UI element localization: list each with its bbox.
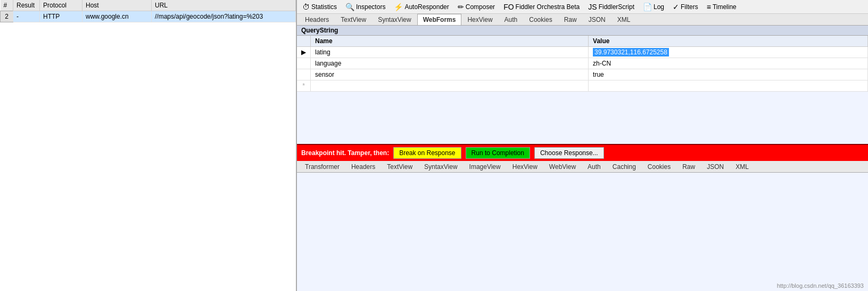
toolbar-btn-fiddler-orchestra[interactable]: FOFiddler Orchestra Beta (500, 2, 583, 12)
upper-content-area: QueryString Name Value ▶lating39.9730321… (297, 26, 868, 144)
query-row[interactable]: * (297, 80, 868, 92)
upper-content: HeadersTextViewSyntaxViewWebFormsHexView… (297, 14, 868, 144)
upper-tab-json[interactable]: JSON (583, 14, 611, 25)
breakpoint-message: Breakpoint hit. Tamper, then: (301, 149, 389, 157)
cell-protocol: HTTP (40, 11, 82, 22)
col-value: Value (589, 36, 868, 47)
expand-cell: * (297, 80, 311, 92)
bottom-section: TransformerHeadersTextViewSyntaxViewImag… (297, 161, 868, 291)
col-name: Name (311, 36, 589, 47)
querystring-table: Name Value ▶lating39.9730321,116.6725258… (297, 36, 868, 92)
col-num: # (1, 0, 13, 11)
upper-tab-raw[interactable]: Raw (558, 14, 583, 25)
sessions-table: # Result Protocol Host URL 2 - HTTP www.… (0, 0, 296, 22)
query-name-cell: sensor (311, 69, 589, 80)
left-panel: # Result Protocol Host URL 2 - HTTP www.… (0, 0, 297, 291)
footer-url: http://blog.csdn.net/qq_36163393 (777, 282, 864, 289)
toolbar-btn-log[interactable]: 📄Log (640, 2, 667, 12)
lower-tab-xml[interactable]: XML (730, 161, 755, 172)
autoresponder-icon: ⚡ (394, 3, 403, 11)
toolbar-btn-fiddlerscript[interactable]: JSFiddlerScript (585, 2, 638, 12)
col-protocol: Protocol (40, 0, 82, 11)
query-name-cell (311, 80, 589, 92)
fiddler-orchestra-icon: FO (503, 3, 514, 11)
toolbar-label-statistics: Statistics (311, 3, 337, 11)
table-row[interactable]: 2 - HTTP www.google.cn //maps/api/geocod… (1, 11, 296, 22)
lower-tab-json[interactable]: JSON (701, 161, 730, 172)
toolbar-label-fiddler-orchestra: Fiddler Orchestra Beta (516, 3, 580, 11)
lower-tab-headers[interactable]: Headers (345, 161, 381, 172)
col-url: URL (152, 0, 296, 11)
breakpoint-bar: Breakpoint hit. Tamper, then: Break on R… (297, 144, 868, 161)
upper-tab-cookies[interactable]: Cookies (523, 14, 558, 25)
lower-tab-bar: TransformerHeadersTextViewSyntaxViewImag… (297, 161, 868, 173)
cell-result: - (13, 11, 40, 22)
toolbar-label-log: Log (654, 3, 664, 11)
upper-tab-bar: HeadersTextViewSyntaxViewWebFormsHexView… (297, 14, 868, 26)
inspectors-icon: 🔍 (345, 3, 354, 11)
query-value-cell[interactable]: zh-CN (589, 58, 868, 69)
query-value-cell[interactable]: 39.9730321,116.6725258 (589, 47, 868, 58)
query-row[interactable]: languagezh-CN (297, 58, 868, 69)
log-icon: 📄 (643, 3, 652, 11)
expand-cell (297, 69, 311, 80)
lower-tab-syntaxview[interactable]: SyntaxView (418, 161, 463, 172)
lower-tab-transformer[interactable]: Transformer (299, 161, 345, 172)
upper-empty-area (297, 92, 868, 144)
filters-icon: ✓ (673, 3, 679, 11)
toolbar-label-fiddlerscript: FiddlerScript (599, 3, 634, 11)
toolbar-label-filters: Filters (681, 3, 698, 11)
top-toolbar: ⏱Statistics🔍Inspectors⚡AutoResponder✏Com… (297, 0, 868, 14)
lower-tab-raw[interactable]: Raw (676, 161, 701, 172)
expand-cell (297, 58, 311, 69)
selected-value: 39.9730321,116.6725258 (593, 48, 669, 56)
upper-tab-hexview[interactable]: HexView (461, 14, 498, 25)
toolbar-label-composer: Composer (466, 3, 495, 11)
upper-tab-xml[interactable]: XML (611, 14, 636, 25)
timeline-icon: ≡ (707, 3, 711, 11)
toolbar-btn-inspectors[interactable]: 🔍Inspectors (342, 2, 388, 12)
lower-tab-cookies[interactable]: Cookies (642, 161, 676, 172)
col-expand (297, 36, 311, 47)
cell-num: 2 (1, 11, 13, 22)
lower-tab-imageview[interactable]: ImageView (464, 161, 507, 172)
query-name-cell: lating (311, 47, 589, 58)
expand-cell[interactable]: ▶ (297, 47, 311, 58)
cell-url: //maps/api/geocode/json?lating=%203 (152, 11, 296, 22)
toolbar-btn-timeline[interactable]: ≡Timeline (704, 2, 740, 12)
statistics-icon: ⏱ (302, 3, 310, 11)
toolbar-label-inspectors: Inspectors (356, 3, 385, 11)
toolbar-label-timeline: Timeline (713, 3, 737, 11)
query-name-cell: language (311, 58, 589, 69)
lower-tab-caching[interactable]: Caching (607, 161, 642, 172)
break-on-response-button[interactable]: Break on Response (393, 147, 461, 159)
upper-tab-syntaxview[interactable]: SyntaxView (372, 14, 417, 25)
choose-response-button[interactable]: Choose Response... (534, 147, 604, 159)
toolbar-btn-composer[interactable]: ✏Composer (454, 2, 498, 12)
lower-tab-auth[interactable]: Auth (582, 161, 607, 172)
query-row[interactable]: sensortrue (297, 69, 868, 80)
toolbar-btn-filters[interactable]: ✓Filters (669, 2, 701, 12)
query-row[interactable]: ▶lating39.9730321,116.6725258 (297, 47, 868, 58)
col-host: Host (82, 0, 152, 11)
run-to-completion-button[interactable]: Run to Completion (466, 147, 530, 159)
col-result: Result (13, 0, 40, 11)
upper-tab-textview[interactable]: TextView (335, 14, 372, 25)
lower-content-area: http://blog.csdn.net/qq_36163393 (297, 173, 868, 291)
query-value-cell[interactable] (589, 80, 868, 92)
right-panel: ⏱Statistics🔍Inspectors⚡AutoResponder✏Com… (297, 0, 868, 291)
toolbar-btn-statistics[interactable]: ⏱Statistics (299, 2, 340, 12)
fiddlerscript-icon: JS (588, 3, 597, 11)
toolbar-label-autoresponder: AutoResponder (404, 3, 449, 11)
lower-tab-webview[interactable]: WebView (543, 161, 582, 172)
upper-tab-webforms[interactable]: WebForms (417, 14, 462, 25)
lower-tab-hexview[interactable]: HexView (507, 161, 543, 172)
composer-icon: ✏ (458, 3, 464, 11)
upper-tab-headers[interactable]: Headers (299, 14, 335, 25)
upper-tab-auth[interactable]: Auth (499, 14, 524, 25)
cell-host: www.google.cn (82, 11, 152, 22)
lower-tab-textview[interactable]: TextView (381, 161, 418, 172)
toolbar-btn-autoresponder[interactable]: ⚡AutoResponder (391, 2, 452, 12)
query-value-cell[interactable]: true (589, 69, 868, 80)
querystring-section-header: QueryString (297, 26, 868, 36)
